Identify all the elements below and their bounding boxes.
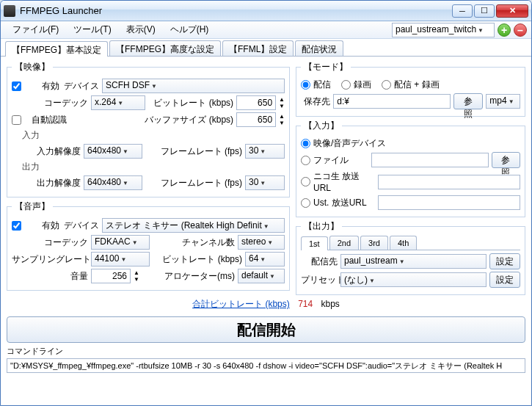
browse-file-button[interactable]: 参照 xyxy=(492,152,520,168)
spinner-icon[interactable]: ▲▼ xyxy=(279,96,285,109)
menu-view[interactable]: 表示(V) xyxy=(119,21,163,38)
output-dest-set-button[interactable]: 設定 xyxy=(489,253,520,269)
main-tabstrip: 【FFMPEG】基本設定 【FFMPEG】高度な設定 【FFML】設定 配信状況 xyxy=(1,39,531,57)
spinner-icon[interactable]: ▲▼ xyxy=(279,113,285,126)
titlebar[interactable]: FFMPEG Launcher ─ ☐ ✕ xyxy=(1,1,531,21)
video-device-select[interactable]: SCFH DSF▼ xyxy=(102,79,285,93)
commandline-box: コマンドライン xyxy=(7,346,525,373)
video-enable-checkbox[interactable] xyxy=(12,81,21,91)
video-outres-select[interactable]: 640x480▼ xyxy=(84,175,142,190)
menubar: ファイル(F) ツール(T) 表示(V) ヘルプ(H) paul_ustream… xyxy=(1,21,531,39)
start-stream-button[interactable]: 配信開始 xyxy=(7,316,525,343)
input-nico-radio[interactable] xyxy=(301,177,310,186)
audio-enable-checkbox[interactable] xyxy=(12,221,21,231)
video-inres-select[interactable]: 640x480▼ xyxy=(84,144,142,159)
out-tab-1[interactable]: 1st xyxy=(301,236,328,250)
tab-ffml[interactable]: 【FFML】設定 xyxy=(222,40,294,56)
delete-profile-button[interactable]: – xyxy=(514,23,527,37)
video-legend: 【映像】 xyxy=(12,61,53,73)
video-group: 【映像】 有効 デバイス SCFH DSF▼ コーデック x.264▼ ビットレ… xyxy=(7,61,290,197)
input-legend: 【入力】 xyxy=(301,120,342,132)
mode-both-radio[interactable] xyxy=(382,80,391,90)
audio-bitrate-select[interactable]: 64▼ xyxy=(245,252,285,267)
mode-group: 【モード】 配信 録画 配信 + 録画 保存先 参照 mp4▼ xyxy=(296,61,525,117)
maximize-button[interactable]: ☐ xyxy=(474,4,495,18)
output-preset-select[interactable]: (なし)▼ xyxy=(340,272,487,287)
total-label: 合計ビットレート (kbps) xyxy=(192,299,290,309)
video-codec-select[interactable]: x.264▼ xyxy=(91,95,145,110)
output-group: 【出力】 1st 2nd 3rd 4th 配信先 paul_ustream▼ 設… xyxy=(296,220,525,295)
total-unit: kbps xyxy=(321,299,340,309)
input-ust-url[interactable] xyxy=(378,195,520,210)
menu-tool[interactable]: ツール(T) xyxy=(66,21,118,38)
window-title: FFMPEG Launcher xyxy=(20,5,451,16)
add-profile-button[interactable]: + xyxy=(498,23,511,37)
video-auto-checkbox[interactable] xyxy=(12,115,21,125)
input-file-path[interactable] xyxy=(371,153,489,167)
audio-sr-select[interactable]: 44100▼ xyxy=(91,252,150,267)
video-infps-select[interactable]: 30▼ xyxy=(245,144,285,159)
menu-file[interactable]: ファイル(F) xyxy=(5,21,66,38)
profile-select[interactable]: paul_ustream_twitch▼ xyxy=(392,23,495,37)
mode-rec-radio[interactable] xyxy=(341,80,351,90)
input-file-radio[interactable] xyxy=(301,156,310,165)
tab-status[interactable]: 配信状況 xyxy=(295,40,343,56)
app-window: FFMPEG Launcher ─ ☐ ✕ ファイル(F) ツール(T) 表示(… xyxy=(0,0,532,406)
spinner-icon[interactable]: ▲▼ xyxy=(134,269,139,283)
mode-legend: 【モード】 xyxy=(301,61,351,73)
audio-codec-select[interactable]: FDKAAC▼ xyxy=(91,235,150,250)
input-dev-radio[interactable] xyxy=(301,139,310,148)
out-tab-4[interactable]: 4th xyxy=(390,236,417,250)
audio-device-select[interactable]: ステレオ ミキサー (Realtek High Definit▼ xyxy=(102,218,285,233)
total-value: 714 xyxy=(298,299,313,309)
input-group: 【入力】 映像/音声デバイス ファイル参照 ニコ生 放送URL Ust. 放送U… xyxy=(296,120,525,217)
output-dest-select[interactable]: paul_ustream▼ xyxy=(340,254,487,269)
out-tab-2[interactable]: 2nd xyxy=(329,236,359,250)
input-nico-url[interactable] xyxy=(378,175,520,189)
app-icon xyxy=(4,5,15,17)
mode-stream-radio[interactable] xyxy=(301,80,310,90)
out-tab-3[interactable]: 3rd xyxy=(360,236,388,250)
audio-alloc-select[interactable]: default▼ xyxy=(238,269,285,283)
audio-legend: 【音声】 xyxy=(12,200,53,213)
total-bitrate-row: 合計ビットレート (kbps) 714 kbps xyxy=(7,295,525,313)
menu-help[interactable]: ヘルプ(H) xyxy=(163,21,216,38)
cmd-input[interactable] xyxy=(7,358,525,373)
close-button[interactable]: ✕ xyxy=(496,4,528,18)
output-preset-set-button[interactable]: 設定 xyxy=(489,272,520,288)
minimize-button[interactable]: ─ xyxy=(452,4,473,18)
audio-group: 【音声】 有効 デバイス ステレオ ミキサー (Realtek High Def… xyxy=(7,200,290,291)
video-bufsize-input[interactable] xyxy=(236,112,276,127)
chevron-down-icon: ▼ xyxy=(478,27,484,34)
input-ust-radio[interactable] xyxy=(301,198,310,208)
audio-channels-select[interactable]: stereo▼ xyxy=(238,235,285,250)
tab-basic[interactable]: 【FFMPEG】基本設定 xyxy=(5,41,108,57)
cmd-label: コマンドライン xyxy=(7,346,525,357)
content-panel: 【映像】 有効 デバイス SCFH DSF▼ コーデック x.264▼ ビットレ… xyxy=(1,57,531,405)
format-select[interactable]: mp4▼ xyxy=(486,94,520,109)
audio-vol-input[interactable] xyxy=(91,269,131,283)
save-path-input[interactable] xyxy=(333,94,451,109)
output-tabstrip: 1st 2nd 3rd 4th xyxy=(301,236,520,250)
output-legend: 【出力】 xyxy=(301,220,342,233)
video-bitrate-input[interactable] xyxy=(236,95,276,110)
chevron-down-icon: ▼ xyxy=(151,83,157,90)
video-outfps-select[interactable]: 30▼ xyxy=(245,175,285,190)
tab-advanced[interactable]: 【FFMPEG】高度な設定 xyxy=(109,40,221,56)
browse-save-button[interactable]: 参照 xyxy=(453,93,483,109)
